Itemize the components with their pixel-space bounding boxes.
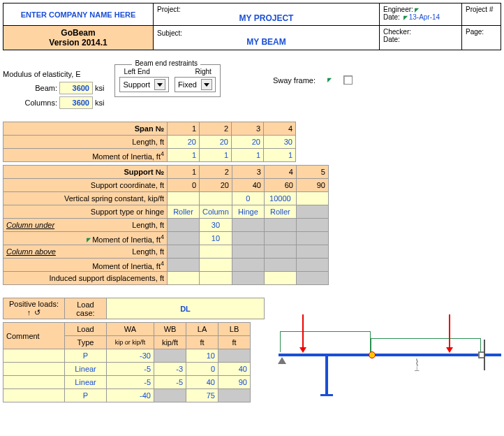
date-value[interactable]: 13-Apr-14: [409, 13, 440, 21]
chevron-down-icon[interactable]: [154, 79, 165, 90]
span-length-cell[interactable]: 20: [232, 136, 264, 149]
na-cell: [232, 232, 264, 245]
lb-cell[interactable]: 90: [218, 376, 251, 389]
span-length-cell[interactable]: 20: [200, 136, 232, 149]
span-moi-cell[interactable]: 1: [168, 149, 200, 162]
na-cell: [264, 232, 296, 245]
span-col: 2: [200, 122, 232, 136]
beam-line: [279, 354, 501, 356]
subject-value[interactable]: MY BEAM: [157, 37, 376, 47]
spring-cell[interactable]: [296, 192, 328, 205]
na-cell: [168, 245, 200, 259]
col-e-input[interactable]: [59, 96, 93, 109]
loads-data-table: Comment Load WA WB LA LB Type kip or kip…: [3, 322, 251, 402]
disp-label: Induced support displacements, ft: [3, 272, 168, 285]
span-col: 4: [264, 122, 296, 136]
comment-cell[interactable]: [3, 376, 65, 389]
sup-type-cell[interactable]: Hinge: [232, 205, 264, 219]
span-length-cell[interactable]: 30: [264, 136, 296, 149]
span-header: Span №: [3, 122, 168, 136]
project-value[interactable]: MY PROJECT: [157, 13, 376, 23]
comment-marker-icon: ◤: [327, 77, 332, 83]
sup-type-cell[interactable]: Column: [200, 205, 232, 219]
spring-cell[interactable]: 0: [232, 192, 264, 205]
comment-marker-icon: ◤: [403, 15, 408, 21]
spring-support-icon: ⌇┴: [415, 357, 420, 374]
load-type[interactable]: P: [65, 349, 107, 363]
positive-loads-label: Positive loads:: [3, 298, 65, 319]
comment-marker-icon: ◤: [87, 237, 91, 243]
title-block: ENTER COMPANY NAME HERE Project: MY PROJ…: [3, 3, 501, 50]
under-moi-cell[interactable]: 10: [200, 232, 232, 245]
wa-cell[interactable]: -30: [107, 349, 154, 363]
na-cell: [232, 219, 264, 232]
beam-e-label: Beam:: [3, 84, 57, 92]
wa-cell[interactable]: -5: [107, 363, 154, 376]
engineer-label: Engineer:: [383, 6, 413, 13]
above-moi-cell[interactable]: [200, 259, 232, 272]
spring-cell[interactable]: 10000: [264, 192, 296, 205]
above-len-cell[interactable]: [200, 245, 232, 259]
na-cell: [168, 259, 200, 272]
company-name[interactable]: ENTER COMPANY NAME HERE: [3, 3, 154, 25]
sup-coord: 0: [168, 179, 200, 192]
disp-cell[interactable]: [264, 272, 296, 285]
comment-cell[interactable]: [3, 349, 65, 363]
support-table: Support № 1 2 3 4 5 Support coordinate, …: [3, 165, 329, 285]
spring-cell[interactable]: [200, 192, 232, 205]
wb-cell[interactable]: -3: [154, 363, 186, 376]
under-len-cell[interactable]: 30: [200, 219, 232, 232]
comment-marker-icon: ◤: [415, 7, 419, 13]
app-version: Version 2014.1: [49, 38, 107, 48]
hinge-icon: [369, 351, 376, 358]
beam-e-input[interactable]: [59, 82, 93, 94]
lb-header: LB: [218, 323, 251, 336]
column-support-icon: [325, 356, 328, 395]
comment-cell[interactable]: [3, 389, 65, 402]
fixed-wall-icon: [484, 340, 485, 370]
wa-cell[interactable]: -5: [107, 376, 154, 389]
date-label: Date:: [383, 13, 400, 21]
beam-diagram: ⌇┴: [272, 298, 501, 409]
left-restraint-select[interactable]: Support: [119, 77, 169, 92]
arrow-up-icon: [27, 308, 33, 317]
sway-checkbox[interactable]: [343, 75, 353, 85]
la-cell[interactable]: 40: [186, 376, 218, 389]
point-load-arrow-icon: [449, 314, 450, 348]
sup-type-cell-disabled: [296, 205, 328, 219]
comment-cell[interactable]: [3, 363, 65, 376]
span-moi-cell[interactable]: 1: [232, 149, 264, 162]
lb-cell[interactable]: 40: [218, 363, 251, 376]
wb-cell[interactable]: -5: [154, 376, 186, 389]
right-restraint-select[interactable]: Fixed: [175, 77, 216, 92]
disp-cell[interactable]: [168, 272, 200, 285]
load-type[interactable]: Linear: [65, 363, 107, 376]
na-cell: [296, 272, 328, 285]
la-cell[interactable]: 10: [186, 349, 218, 363]
la-cell[interactable]: 0: [186, 363, 218, 376]
spring-cell[interactable]: [168, 192, 200, 205]
sup-type-cell[interactable]: Roller: [168, 205, 200, 219]
load-type[interactable]: P: [65, 389, 107, 402]
na-cell: [232, 272, 264, 285]
spring-label: Vertical spring constant, kip/ft: [3, 192, 168, 205]
la-cell[interactable]: 75: [186, 389, 218, 402]
unit-ksi: ksi: [95, 99, 104, 107]
sup-col: 5: [296, 166, 328, 179]
sup-type-cell[interactable]: Roller: [264, 205, 296, 219]
span-moi-cell[interactable]: 1: [264, 149, 296, 162]
chevron-down-icon[interactable]: [201, 79, 212, 90]
under-moi-label: ◤Moment of Inertia, ft4: [3, 232, 168, 245]
disp-cell[interactable]: [200, 272, 232, 285]
wa-cell[interactable]: -40: [107, 389, 154, 402]
load-case-value[interactable]: DL: [107, 298, 265, 319]
lb-cell: [218, 389, 251, 402]
project-label: Project:: [157, 6, 376, 13]
span-moi-cell[interactable]: 1: [200, 149, 232, 162]
span-col: 1: [168, 122, 200, 136]
load-type[interactable]: Linear: [65, 376, 107, 389]
restraints-group: Beam end restraints Left End Right Suppo…: [114, 64, 220, 97]
sup-coord: 40: [232, 179, 264, 192]
na-cell: [232, 259, 264, 272]
span-length-cell[interactable]: 20: [168, 136, 200, 149]
